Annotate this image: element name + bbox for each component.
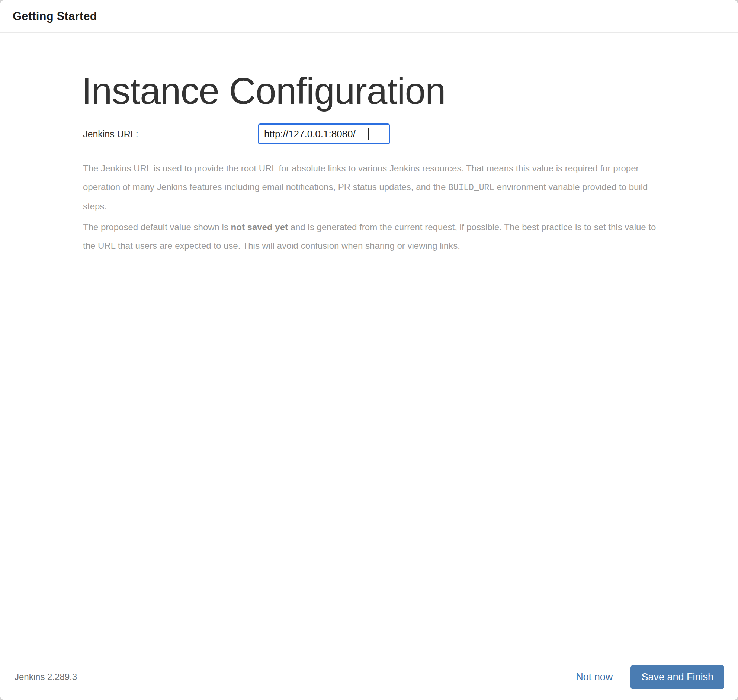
footer-actions: Not now Save and Finish [576,665,724,689]
wizard-header: Getting Started [0,0,738,33]
wizard-title: Getting Started [13,10,97,23]
text-caret [368,128,369,140]
wizard-footer: Jenkins 2.289.3 Not now Save and Finish [0,653,738,700]
jenkins-url-row: Jenkins URL: [83,124,738,144]
jenkins-url-description: The Jenkins URL is used to provide the r… [83,159,659,255]
build-url-code: BUILD_URL [448,183,494,193]
jenkins-version: Jenkins 2.289.3 [15,672,77,682]
wizard-body: Instance Configuration Jenkins URL: The … [0,33,738,653]
jenkins-url-input-wrap [258,124,390,144]
setup-wizard-dialog: Getting Started Instance Configuration J… [0,0,738,700]
save-and-finish-button[interactable]: Save and Finish [631,665,724,689]
not-now-link[interactable]: Not now [576,671,613,683]
description-paragraph-1: The Jenkins URL is used to provide the r… [83,159,659,216]
jenkins-url-label: Jenkins URL: [83,129,258,140]
description-paragraph-2: The proposed default value shown is not … [83,218,659,255]
not-saved-yet-emphasis: not saved yet [231,222,288,232]
jenkins-url-input[interactable] [258,124,390,144]
page-title: Instance Configuration [81,72,738,109]
description-text: The proposed default value shown is [83,222,231,232]
